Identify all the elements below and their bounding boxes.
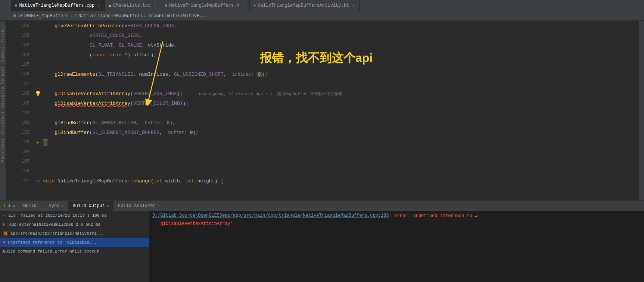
code-editor[interactable]: 181 giveVertexAttribPointer(VERTEX_COLOR…	[6, 21, 639, 200]
code-line-197: 197 ↩ ○ void NativeTriangleMapBuffers::c…	[17, 176, 639, 186]
tab-cmake-close[interactable]: ✕	[153, 3, 157, 8]
sidebar-project[interactable]: Project	[0, 23, 6, 44]
line-num-192: 192	[17, 130, 34, 135]
code-line-181: 181 giveVertexAttribPointer(VERTEX_COLOR…	[17, 21, 639, 31]
vertical-sidebar: Project Commit Resource Manager Structur…	[0, 21, 6, 200]
line-num-185: 185	[17, 62, 34, 67]
build-item-text-3: undefined reference to 'glDisable...	[8, 240, 97, 245]
sync-star-icon[interactable]: ★	[12, 203, 15, 209]
circle-icon: ○	[38, 179, 40, 183]
line-num-186: 186	[17, 72, 34, 77]
code-line-193: 193 ◆ }	[17, 137, 639, 147]
output-line-0: D:/GitLab Source\OpenGLESDemo/app/src/ma…	[152, 213, 641, 221]
line-num-197: 197	[17, 178, 34, 184]
code-line-190: 190	[17, 108, 639, 118]
build-item-0[interactable]: ← ild: failed at 2021/10/22 16:17 s 190 …	[0, 211, 149, 220]
code-line-185: 185	[17, 60, 639, 69]
code-line-192: 192 glBindBuffer(GL_ELEMENT_ARRAY_BUFFER…	[17, 128, 639, 137]
bottom-tab-output-label: Build Output	[72, 203, 105, 209]
line-num-190: 190	[17, 110, 34, 116]
bottom-content: ← ild: failed at 2021/10/22 16:17 s 190 …	[0, 211, 644, 282]
breadcrumb-icon-n: N	[13, 13, 16, 19]
tab-kt-close[interactable]: ✕	[351, 3, 355, 8]
sync-up-icon[interactable]: ⬆	[3, 203, 6, 209]
build-label: Build:	[19, 201, 44, 211]
tab-cpp[interactable]: ■ NativeTriangleMapBuffers.cpp ✕	[11, 0, 105, 11]
bottom-tab-sync[interactable]: Sync ✕	[44, 201, 68, 211]
bottom-tab-sync-close[interactable]: ✕	[61, 204, 63, 208]
build-item-text-4: Build command failed.Error while execut	[3, 249, 99, 254]
line-content-192: glBindBuffer(GL_ELEMENT_ARRAY_BUFFER, bu…	[41, 130, 639, 135]
line-content-191: glBindBuffer(GL_ARRAY_BUFFER, buffer: 0)…	[41, 120, 639, 126]
code-line-194: 194	[17, 147, 639, 157]
build-item-text-2: app/src/main/cpp/triangle/NativeTri...	[10, 231, 104, 236]
tab-cpp-close[interactable]: ✕	[96, 3, 101, 8]
line-num-193: 193	[17, 140, 34, 145]
bottom-tab-output-close[interactable]: ✕	[107, 204, 109, 208]
lightbulb-icon[interactable]: 💡	[35, 91, 41, 97]
h-icon: ■	[165, 3, 168, 8]
build-item-2[interactable]: N app/src/main/cpp/triangle/NativeTri...	[0, 229, 149, 238]
sync-down-icon[interactable]: ⬇	[7, 203, 10, 209]
sidebar-commit[interactable]: Commit	[0, 45, 6, 63]
bottom-tab-analyzer-close[interactable]: ✕	[158, 204, 160, 208]
line-content-188: glDisableVertexAttribArray(VERTEX_POS_IN…	[41, 91, 639, 97]
build-item-4[interactable]: Build command failed.Error while execut	[0, 247, 149, 256]
code-line-186: 186 glDrawElements(GL_TRIANGLES, numIndi…	[17, 69, 639, 79]
sidebar-structure[interactable]: Structure	[0, 110, 6, 136]
breadcrumb-icon-f: f	[74, 13, 77, 19]
code-line-196: 196	[17, 166, 639, 176]
breadcrumb-bar: N TRIANGLE_MapBuffers › f NativeTriangle…	[0, 11, 644, 21]
build-item-1[interactable]: ℹ :app:externalNativeBuildDeb 2 s 562 ms	[0, 220, 149, 229]
tab-h-close[interactable]: ✕	[241, 3, 246, 8]
output-path-0[interactable]: D:/GitLab Source\OpenGLESDemo/app/src/ma…	[152, 213, 389, 218]
line-num-188: 188	[17, 91, 34, 96]
line-num-181: 181	[17, 23, 34, 28]
bottom-tab-bar: ⬆ ⬇ ★ Build: Sync ✕ Build Output ✕ Build…	[0, 201, 644, 211]
code-line-187: 187	[17, 79, 639, 89]
build-item-3[interactable]: ● undefined reference to 'glDisable...	[0, 238, 149, 247]
output-error-1: `glDisableVertexAttribArray'	[152, 221, 233, 226]
bottom-tab-analyzer[interactable]: Build Analyzer ✕	[113, 201, 164, 211]
line-num-195: 195	[17, 159, 34, 164]
error-icon-3: ●	[3, 240, 6, 245]
line-content-182: VERTEX_COLOR_SIZE,	[41, 33, 639, 38]
line-num-196: 196	[17, 169, 34, 174]
tab-kt[interactable]: ● HelloTriangleMapBuffersActivity.kt ✕	[250, 0, 360, 11]
tab-h-label: NativeTriangleMapBuffers.h	[169, 3, 239, 8]
bottom-left-panel: ← ild: failed at 2021/10/22 16:17 s 190 …	[0, 211, 149, 282]
line-num-191: 191	[17, 120, 34, 125]
output-line-1: `glDisableVertexAttribArray'	[152, 221, 641, 229]
code-line-189: 189 glDisableVertexAttribArray(VERTEX_CO…	[17, 98, 639, 108]
line-num-183: 183	[17, 43, 34, 48]
code-line-182: 182 VERTEX_COLOR_SIZE,	[17, 31, 639, 40]
scrollbar-right[interactable]	[639, 21, 644, 200]
breadcrumb-part2[interactable]: NativeTriangleMapBuffers::DrawPrimitiveW…	[78, 13, 208, 19]
tab-cmake-label: CMakeLists.txt	[113, 3, 151, 8]
return-arrow-icon: ↩	[35, 178, 38, 184]
main-area: Project Commit Resource Manager Structur…	[0, 21, 644, 200]
tab-bar: ■ NativeTriangleMapBuffers.cpp ✕ ▲ CMake…	[0, 0, 644, 11]
line-num-194: 194	[17, 149, 34, 154]
line-content-183: GL_FLOAT, GL_FALSE, vtxStride,	[41, 43, 639, 48]
gutter-193: ◆	[34, 140, 41, 145]
cpp-icon: ■	[15, 3, 18, 8]
tab-cpp-label: NativeTriangleMapBuffers.cpp	[19, 3, 95, 8]
cmake-icon: ▲	[109, 3, 111, 8]
bookmark-icon: ◆	[37, 140, 39, 145]
tab-h[interactable]: ■ NativeTriangleMapBuffers.h ✕	[161, 0, 250, 11]
code-line-188: 188 💡 glDisableVertexAttribArray(VERTEX_…	[17, 89, 639, 98]
sync-controls: ⬆ ⬇ ★	[0, 201, 19, 211]
code-line-184: 184 (const void *) offset);	[17, 50, 639, 60]
bottom-tab-output[interactable]: Build Output ✕	[68, 201, 113, 211]
line-content-189: glDisableVertexAttribArray(VERTEX_COLOR_…	[41, 101, 639, 106]
tab-cmake[interactable]: ▲ CMakeLists.txt ✕	[105, 0, 161, 11]
breadcrumb-part1[interactable]: TRIANGLE_MapBuffers	[18, 13, 69, 19]
line-content-197: void NativeTriangleMapBuffers::change(in…	[41, 178, 639, 184]
sidebar-resource[interactable]: Resource Manager	[0, 64, 6, 109]
sidebar-favorites[interactable]: Favorites	[0, 137, 6, 163]
build-text: Build:	[23, 203, 39, 209]
gutter-197: ↩ ○	[34, 178, 41, 184]
line-num-182: 182	[17, 33, 34, 38]
code-line-183: 183 GL_FLOAT, GL_FALSE, vtxStride,	[17, 40, 639, 50]
